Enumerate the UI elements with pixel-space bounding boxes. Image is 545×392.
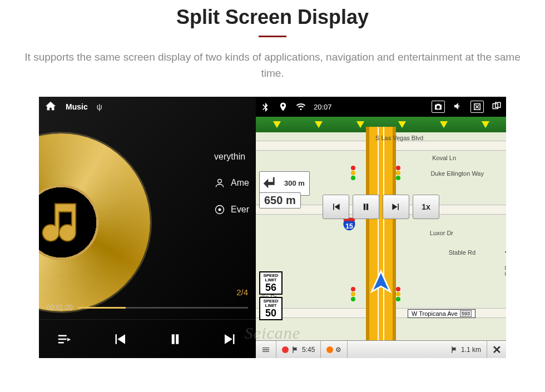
flag-icon — [450, 345, 459, 354]
music-controls — [39, 319, 256, 358]
lane-arrow-icon — [398, 121, 406, 128]
album-name: Ever — [231, 205, 249, 215]
footer-menu-button[interactable] — [256, 341, 276, 358]
road-main — [366, 127, 396, 346]
lane-arrow-icon — [315, 121, 323, 128]
menu-icon — [261, 345, 270, 354]
music-status-bar: Music ψ — [39, 97, 256, 117]
street-label: E Reno Ave — [504, 244, 506, 276]
pause-button[interactable] — [161, 325, 190, 354]
title-underline — [259, 36, 286, 37]
navigation-pane: 20:07 15 — [256, 97, 506, 358]
street-sign: W Tropicana Ave 593 — [408, 309, 475, 318]
traffic-light-icon — [396, 166, 402, 180]
track-title-row: verythin — [214, 152, 249, 162]
speed-limit-value: 56 — [260, 282, 281, 292]
split-screen-device: Music ψ verythin Ame — [39, 97, 506, 358]
sim-next-button[interactable] — [383, 195, 409, 219]
progress-fill — [78, 307, 126, 309]
eta-time: 5:45 — [302, 346, 315, 354]
disc-icon — [214, 204, 225, 215]
bluetooth-icon — [260, 102, 270, 112]
album-disc — [39, 133, 150, 311]
speed-limit-sign: SPEED LIMIT 56 — [259, 271, 283, 295]
remaining-distance: 1.1 km — [461, 346, 481, 354]
eta-dot-icon — [282, 346, 289, 353]
lane-arrow-icon — [440, 121, 448, 128]
multitask-icon[interactable] — [492, 101, 502, 113]
lane-arrow-icon — [482, 121, 489, 128]
page-subtitle: It supports the same screen display of t… — [0, 49, 545, 97]
route-badge: 593 — [460, 310, 472, 317]
speed-limit-label: SPEED LIMIT — [260, 274, 281, 282]
lane-arrow-icon — [273, 121, 281, 128]
traffic-light-icon — [396, 287, 402, 301]
sim-speed-button[interactable]: 1x — [413, 195, 439, 219]
footer-eta: 5:45 — [276, 341, 321, 358]
footer-distance: 1.1 km — [444, 341, 487, 358]
home-icon[interactable] — [44, 100, 57, 114]
close-window-icon[interactable] — [470, 101, 484, 113]
svg-point-2 — [219, 209, 221, 211]
artist-name: Ame — [231, 178, 249, 188]
track-meta: verythin Ame Ever — [214, 136, 249, 231]
time-elapsed: 00:01:20 — [47, 304, 73, 311]
music-app-label: Music — [66, 102, 88, 111]
music-body: verythin Ame Ever 2/4 00:01:20 — [39, 117, 256, 319]
street-label: W Tropicana Ave — [412, 310, 458, 317]
speed-limit-value: 50 — [260, 308, 281, 318]
progress-bar[interactable] — [78, 307, 248, 309]
next-button[interactable] — [216, 325, 245, 354]
street-label: Luxor Dr — [430, 230, 453, 236]
map-canvas[interactable]: 15 S Las Vegas Blvd Koval Ln Duke Elling… — [256, 132, 506, 340]
promo-page: Split Screen Display It supports the sam… — [0, 0, 545, 392]
street-label: Koval Ln — [432, 155, 456, 161]
turn-total-distance: 650 m — [264, 194, 296, 207]
track-title: verythin — [214, 152, 245, 162]
speed-limit-label: SPEED LIMIT — [260, 299, 281, 308]
turn-left-icon — [262, 174, 281, 193]
track-counter: 2/4 — [236, 287, 248, 297]
artist-row: Ame — [214, 177, 249, 188]
location-icon — [278, 102, 288, 112]
traffic-icon: ⚙ — [335, 346, 341, 354]
person-icon — [214, 177, 225, 188]
music-pane: Music ψ verythin Ame — [39, 97, 256, 358]
nav-footer: 5:45 ⚙ 1.1 km ✕ — [256, 340, 506, 358]
traffic-light-icon — [351, 287, 356, 301]
wifi-icon — [296, 102, 306, 112]
lane-arrow-icon — [356, 121, 364, 128]
footer-traffic-button[interactable]: ⚙ — [321, 341, 348, 358]
music-note-icon — [39, 197, 86, 247]
vehicle-cursor-icon — [369, 269, 393, 296]
street-label: Stable Rd — [449, 249, 475, 256]
turn-total: 650 m — [259, 192, 301, 209]
traffic-light-icon — [351, 166, 356, 180]
street-label: Duke Ellington Way — [430, 170, 484, 177]
progress-row: 00:01:20 — [47, 304, 248, 311]
volume-icon[interactable] — [453, 101, 463, 113]
flag-icon — [291, 345, 300, 354]
previous-button[interactable] — [105, 325, 134, 354]
turn-next-distance: 300 m — [284, 180, 305, 187]
simulation-controls: 1x — [323, 195, 439, 219]
nav-status-bar: 20:07 — [256, 97, 506, 117]
sim-pause-button[interactable] — [353, 195, 379, 219]
usb-icon: ψ — [97, 102, 102, 111]
clock-time: 20:07 — [314, 103, 332, 111]
speed-limit-sign: SPEED LIMIT 50 — [259, 297, 283, 320]
sim-prev-button[interactable] — [323, 195, 349, 219]
album-row: Ever — [214, 204, 249, 215]
street-label: S Las Vegas Blvd — [375, 135, 423, 141]
playlist-button[interactable] — [50, 325, 79, 354]
page-title: Split Screen Display — [0, 6, 545, 29]
svg-text:15: 15 — [345, 222, 353, 230]
footer-close-button[interactable]: ✕ — [487, 343, 506, 356]
svg-point-0 — [218, 179, 222, 183]
screenshot-icon[interactable] — [432, 101, 445, 113]
traffic-dot-icon — [326, 346, 333, 353]
